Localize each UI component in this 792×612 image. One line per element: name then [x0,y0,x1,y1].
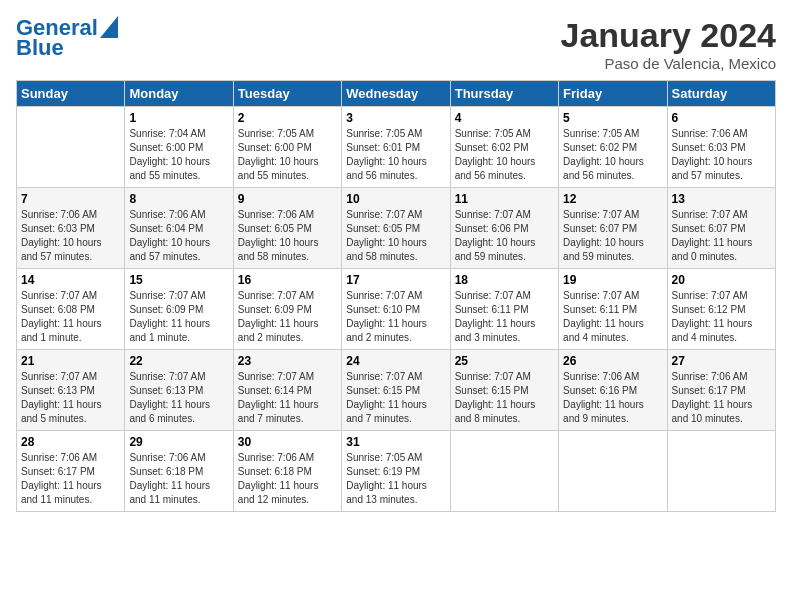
table-row: 6Sunrise: 7:06 AM Sunset: 6:03 PM Daylig… [667,107,775,188]
table-row: 3Sunrise: 7:05 AM Sunset: 6:01 PM Daylig… [342,107,450,188]
day-number: 1 [129,111,228,125]
logo: General Blue [16,16,118,60]
weekday-header-saturday: Saturday [667,81,775,107]
day-info: Sunrise: 7:06 AM Sunset: 6:17 PM Dayligh… [21,451,120,507]
day-info: Sunrise: 7:07 AM Sunset: 6:14 PM Dayligh… [238,370,337,426]
weekday-header-wednesday: Wednesday [342,81,450,107]
day-number: 31 [346,435,445,449]
table-row: 2Sunrise: 7:05 AM Sunset: 6:00 PM Daylig… [233,107,341,188]
day-number: 26 [563,354,662,368]
table-row: 15Sunrise: 7:07 AM Sunset: 6:09 PM Dayli… [125,269,233,350]
weekday-header-friday: Friday [559,81,667,107]
day-info: Sunrise: 7:05 AM Sunset: 6:01 PM Dayligh… [346,127,445,183]
day-number: 16 [238,273,337,287]
table-row: 28Sunrise: 7:06 AM Sunset: 6:17 PM Dayli… [17,431,125,512]
logo-arrow-icon [100,16,118,38]
table-row: 31Sunrise: 7:05 AM Sunset: 6:19 PM Dayli… [342,431,450,512]
day-info: Sunrise: 7:07 AM Sunset: 6:09 PM Dayligh… [129,289,228,345]
day-number: 11 [455,192,554,206]
table-row: 18Sunrise: 7:07 AM Sunset: 6:11 PM Dayli… [450,269,558,350]
table-row [17,107,125,188]
day-info: Sunrise: 7:07 AM Sunset: 6:06 PM Dayligh… [455,208,554,264]
day-info: Sunrise: 7:06 AM Sunset: 6:18 PM Dayligh… [129,451,228,507]
day-number: 30 [238,435,337,449]
calendar-table: SundayMondayTuesdayWednesdayThursdayFrid… [16,80,776,512]
weekday-header-thursday: Thursday [450,81,558,107]
day-number: 15 [129,273,228,287]
table-row: 27Sunrise: 7:06 AM Sunset: 6:17 PM Dayli… [667,350,775,431]
table-row: 1Sunrise: 7:04 AM Sunset: 6:00 PM Daylig… [125,107,233,188]
day-number: 6 [672,111,771,125]
day-number: 5 [563,111,662,125]
table-row: 30Sunrise: 7:06 AM Sunset: 6:18 PM Dayli… [233,431,341,512]
day-info: Sunrise: 7:07 AM Sunset: 6:07 PM Dayligh… [563,208,662,264]
table-row: 22Sunrise: 7:07 AM Sunset: 6:13 PM Dayli… [125,350,233,431]
table-row: 11Sunrise: 7:07 AM Sunset: 6:06 PM Dayli… [450,188,558,269]
day-number: 13 [672,192,771,206]
day-info: Sunrise: 7:07 AM Sunset: 6:13 PM Dayligh… [21,370,120,426]
day-info: Sunrise: 7:06 AM Sunset: 6:17 PM Dayligh… [672,370,771,426]
day-info: Sunrise: 7:07 AM Sunset: 6:10 PM Dayligh… [346,289,445,345]
table-row: 20Sunrise: 7:07 AM Sunset: 6:12 PM Dayli… [667,269,775,350]
table-row: 14Sunrise: 7:07 AM Sunset: 6:08 PM Dayli… [17,269,125,350]
weekday-header-tuesday: Tuesday [233,81,341,107]
table-row: 8Sunrise: 7:06 AM Sunset: 6:04 PM Daylig… [125,188,233,269]
day-number: 27 [672,354,771,368]
weekday-header-sunday: Sunday [17,81,125,107]
day-number: 20 [672,273,771,287]
table-row: 25Sunrise: 7:07 AM Sunset: 6:15 PM Dayli… [450,350,558,431]
day-info: Sunrise: 7:07 AM Sunset: 6:09 PM Dayligh… [238,289,337,345]
weekday-header-monday: Monday [125,81,233,107]
location: Paso de Valencia, Mexico [561,55,777,72]
table-row: 29Sunrise: 7:06 AM Sunset: 6:18 PM Dayli… [125,431,233,512]
table-row: 13Sunrise: 7:07 AM Sunset: 6:07 PM Dayli… [667,188,775,269]
day-info: Sunrise: 7:07 AM Sunset: 6:11 PM Dayligh… [455,289,554,345]
table-row: 24Sunrise: 7:07 AM Sunset: 6:15 PM Dayli… [342,350,450,431]
day-number: 24 [346,354,445,368]
day-number: 10 [346,192,445,206]
title-block: January 2024 Paso de Valencia, Mexico [561,16,777,72]
table-row: 23Sunrise: 7:07 AM Sunset: 6:14 PM Dayli… [233,350,341,431]
day-number: 25 [455,354,554,368]
calendar-header: SundayMondayTuesdayWednesdayThursdayFrid… [17,81,776,107]
table-row: 17Sunrise: 7:07 AM Sunset: 6:10 PM Dayli… [342,269,450,350]
day-info: Sunrise: 7:06 AM Sunset: 6:04 PM Dayligh… [129,208,228,264]
table-row: 10Sunrise: 7:07 AM Sunset: 6:05 PM Dayli… [342,188,450,269]
day-number: 9 [238,192,337,206]
day-number: 4 [455,111,554,125]
day-info: Sunrise: 7:06 AM Sunset: 6:03 PM Dayligh… [21,208,120,264]
day-number: 14 [21,273,120,287]
table-row: 5Sunrise: 7:05 AM Sunset: 6:02 PM Daylig… [559,107,667,188]
day-info: Sunrise: 7:06 AM Sunset: 6:03 PM Dayligh… [672,127,771,183]
day-number: 7 [21,192,120,206]
day-number: 19 [563,273,662,287]
table-row: 19Sunrise: 7:07 AM Sunset: 6:11 PM Dayli… [559,269,667,350]
day-number: 3 [346,111,445,125]
day-info: Sunrise: 7:07 AM Sunset: 6:07 PM Dayligh… [672,208,771,264]
day-info: Sunrise: 7:06 AM Sunset: 6:18 PM Dayligh… [238,451,337,507]
day-info: Sunrise: 7:07 AM Sunset: 6:08 PM Dayligh… [21,289,120,345]
day-info: Sunrise: 7:06 AM Sunset: 6:16 PM Dayligh… [563,370,662,426]
page-header: General Blue January 2024 Paso de Valenc… [16,16,776,72]
table-row [667,431,775,512]
day-number: 8 [129,192,228,206]
table-row: 4Sunrise: 7:05 AM Sunset: 6:02 PM Daylig… [450,107,558,188]
day-info: Sunrise: 7:07 AM Sunset: 6:15 PM Dayligh… [346,370,445,426]
day-number: 17 [346,273,445,287]
table-row: 26Sunrise: 7:06 AM Sunset: 6:16 PM Dayli… [559,350,667,431]
day-info: Sunrise: 7:05 AM Sunset: 6:00 PM Dayligh… [238,127,337,183]
table-row: 9Sunrise: 7:06 AM Sunset: 6:05 PM Daylig… [233,188,341,269]
day-number: 29 [129,435,228,449]
day-number: 23 [238,354,337,368]
month-title: January 2024 [561,16,777,55]
day-info: Sunrise: 7:07 AM Sunset: 6:05 PM Dayligh… [346,208,445,264]
day-info: Sunrise: 7:07 AM Sunset: 6:11 PM Dayligh… [563,289,662,345]
day-info: Sunrise: 7:04 AM Sunset: 6:00 PM Dayligh… [129,127,228,183]
day-info: Sunrise: 7:05 AM Sunset: 6:02 PM Dayligh… [455,127,554,183]
table-row: 21Sunrise: 7:07 AM Sunset: 6:13 PM Dayli… [17,350,125,431]
day-info: Sunrise: 7:07 AM Sunset: 6:15 PM Dayligh… [455,370,554,426]
day-info: Sunrise: 7:05 AM Sunset: 6:02 PM Dayligh… [563,127,662,183]
day-number: 21 [21,354,120,368]
day-number: 2 [238,111,337,125]
day-number: 12 [563,192,662,206]
